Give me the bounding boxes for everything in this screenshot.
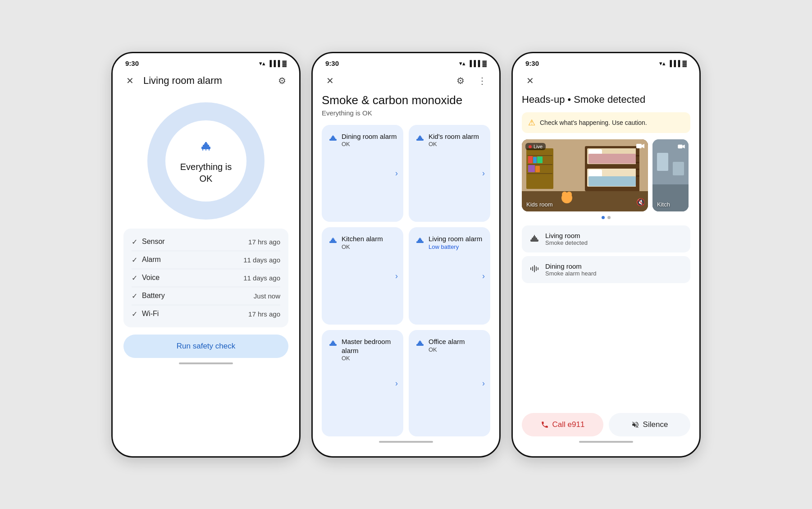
svg-rect-40 xyxy=(588,176,636,186)
svg-rect-6 xyxy=(205,149,206,151)
close-button-2[interactable]: ✕ xyxy=(322,73,338,89)
svg-rect-54 xyxy=(636,169,639,170)
phone-1: 9:30 ▾▴ ▐▐▐ ▓ ✕ Living room alarm ⚙ xyxy=(111,52,301,458)
status-bar-3: 9:30 ▾▴ ▐▐▐ ▓ xyxy=(513,53,699,70)
dot-1 xyxy=(602,216,605,219)
smoke-icon-kitchen xyxy=(328,235,338,248)
alarm-card-master[interactable]: Master bedroom alarm OK › xyxy=(322,330,403,436)
svg-rect-64 xyxy=(657,153,668,171)
chevron-kitchen: › xyxy=(395,271,398,281)
svg-rect-55 xyxy=(636,175,639,177)
check-time-alarm: 11 days ago xyxy=(243,256,280,264)
phone2-subtitle: Everything is OK xyxy=(322,109,490,117)
svg-rect-3 xyxy=(205,142,207,144)
home-indicator-1 xyxy=(179,362,233,364)
safety-check-button[interactable]: Run safety check xyxy=(123,335,288,358)
check-label-voice: Voice xyxy=(142,274,239,282)
smoke-detector-center-icon xyxy=(198,138,214,157)
alarm-status-living: Low battery xyxy=(429,243,484,250)
more-button-2[interactable]: ⋮ xyxy=(474,73,490,89)
svg-rect-44 xyxy=(527,173,552,174)
smoke-icon-detection-living xyxy=(529,233,540,246)
alarm-card-info-dining: Dining room alarm OK xyxy=(342,132,397,148)
alarm-status-kids: OK xyxy=(429,141,484,147)
live-label: Live xyxy=(534,144,543,149)
alarm-card-info-living: Living room alarm Low battery xyxy=(429,234,484,250)
check-label-alarm: Alarm xyxy=(142,256,239,264)
battery-icon-3: ▓ xyxy=(683,60,687,67)
svg-rect-18 xyxy=(333,238,333,239)
status-icons-1: ▾▴ ▐▐▐ ▓ xyxy=(259,60,287,67)
phone-2: 9:30 ▾▴ ▐▐▐ ▓ ✕ ⚙ ⋮ Smoke & carbon monox… xyxy=(311,52,501,458)
status-bar-1: 9:30 ▾▴ ▐▐▐ ▓ xyxy=(113,53,299,70)
ok-status-text: Everything is OK xyxy=(177,161,235,184)
alarm-card-info-office: Office alarm OK xyxy=(429,337,484,353)
alarm-card-kitchen[interactable]: Kitchen alarm OK › xyxy=(322,227,403,325)
smoke-icon-master xyxy=(328,338,338,350)
ring-center: Everything is OK xyxy=(177,138,235,184)
alarm-card-living[interactable]: Living room alarm Low battery › xyxy=(409,227,490,325)
svg-rect-39 xyxy=(588,154,636,164)
alarm-card-kids[interactable]: Kid's room alarm OK › xyxy=(409,125,490,222)
svg-marker-60 xyxy=(642,144,644,148)
svg-rect-74 xyxy=(536,266,537,271)
svg-rect-76 xyxy=(538,267,538,270)
wifi-icon-1: ▾▴ xyxy=(259,60,265,67)
svg-rect-32 xyxy=(522,189,648,211)
svg-rect-4 xyxy=(202,149,203,151)
status-bar-2: 9:30 ▾▴ ▐▐▐ ▓ xyxy=(313,53,499,70)
check-item-sensor: ✓ Sensor 17 hrs ago xyxy=(132,233,280,251)
alarm-name-kitchen: Kitchen alarm xyxy=(342,234,397,243)
phone2-body: Smoke & carbon monoxide Everything is OK… xyxy=(313,93,499,456)
top-bar-2: ✕ ⚙ ⋮ xyxy=(313,70,499,93)
call-e911-button[interactable]: Call e911 xyxy=(522,413,603,436)
chevron-master: › xyxy=(395,378,398,388)
alarm-name-master: Master bedroom alarm xyxy=(342,337,397,355)
detection-room-dining: Dining room xyxy=(545,262,596,270)
warning-banner: ⚠ Check what's happening. Use caution. xyxy=(522,112,690,133)
battery-icon-1: ▓ xyxy=(283,60,287,67)
top-bar-3: ✕ xyxy=(513,70,699,93)
camera-card-kids-room[interactable]: Live 🔇 Kids room xyxy=(522,139,648,211)
camera-label-kitchen: Kitch xyxy=(657,201,670,208)
top-bar-1: ✕ Living room alarm ⚙ xyxy=(113,70,299,93)
wifi-icon-2: ▾▴ xyxy=(459,60,465,67)
wifi-icon-3: ▾▴ xyxy=(659,60,666,67)
svg-rect-75 xyxy=(530,267,531,270)
soundwave-icon-detection-dining xyxy=(529,263,540,276)
signal-icon-1: ▐▐▐ xyxy=(268,60,280,67)
smoke-icon-kids xyxy=(415,133,425,145)
close-button-1[interactable]: ✕ xyxy=(122,73,138,89)
check-time-battery: Just now xyxy=(254,292,280,300)
smoke-icon-office xyxy=(415,338,425,350)
camera-label-kids: Kids room xyxy=(526,201,553,208)
svg-rect-43 xyxy=(527,164,552,165)
svg-rect-71 xyxy=(534,235,535,237)
svg-rect-26 xyxy=(333,340,333,342)
silence-btn-label: Silence xyxy=(643,420,668,429)
silence-button[interactable]: Silence xyxy=(609,413,690,436)
svg-rect-22 xyxy=(420,238,420,239)
camera-card-kitchen[interactable]: Kitch xyxy=(652,139,689,211)
check-time-wifi: 17 hrs ago xyxy=(248,310,280,318)
alarm-status-kitchen: OK xyxy=(342,243,397,250)
check-item-battery: ✓ Battery Just now xyxy=(132,287,280,305)
svg-rect-5 xyxy=(209,149,210,151)
alarm-name-kids: Kid's room alarm xyxy=(429,132,484,141)
settings-button-1[interactable]: ⚙ xyxy=(274,73,290,89)
alarm-card-office[interactable]: Office alarm OK › xyxy=(409,330,490,436)
svg-rect-72 xyxy=(534,265,535,272)
home-indicator-2 xyxy=(379,441,433,443)
checkmark-voice: ✓ xyxy=(132,274,137,282)
phone3-body: Heads-up • Smoke detected ⚠ Check what's… xyxy=(513,93,699,456)
action-bar: Call e911 Silence xyxy=(522,413,690,436)
camera-icon-small xyxy=(678,143,685,151)
close-button-3[interactable]: ✕ xyxy=(522,73,538,89)
settings-button-2[interactable]: ⚙ xyxy=(452,73,469,89)
svg-rect-49 xyxy=(535,166,540,172)
dot-2 xyxy=(607,216,611,219)
svg-rect-48 xyxy=(528,165,535,172)
alarm-card-dining[interactable]: Dining room alarm OK › xyxy=(322,125,403,222)
svg-rect-47 xyxy=(537,156,543,163)
alarm-name-living: Living room alarm xyxy=(429,234,484,243)
